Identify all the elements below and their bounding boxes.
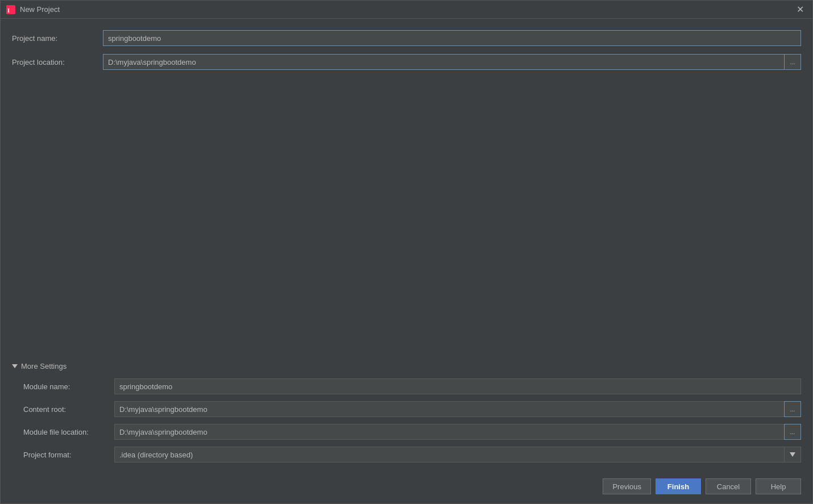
module-name-label: Module name: (12, 382, 114, 391)
project-format-input[interactable] (114, 447, 784, 463)
project-format-field-group (114, 447, 801, 463)
chevron-down-icon (790, 452, 795, 457)
window-title: New Project (20, 5, 60, 14)
project-format-dropdown-button[interactable] (784, 447, 801, 463)
svg-text:I: I (7, 7, 10, 14)
expand-triangle-icon (12, 364, 18, 368)
more-settings-section: More Settings Module name: (12, 362, 801, 469)
more-settings-body: Module name: Content root: (12, 378, 801, 463)
cancel-button[interactable]: Cancel (706, 478, 751, 494)
footer: Previous Finish Cancel Help (1, 469, 812, 503)
module-name-arrow (804, 375, 812, 398)
content-root-field-group: ... (114, 401, 801, 417)
previous-button[interactable]: Previous (603, 478, 651, 494)
project-name-input[interactable] (103, 30, 801, 46)
module-file-location-field-group: ... (114, 424, 801, 440)
project-location-row: Project location: ... (12, 54, 801, 70)
content-root-label: Content root: (12, 405, 114, 414)
app-icon: I (6, 5, 15, 14)
title-bar-left: I New Project (6, 5, 60, 14)
project-name-row: Project name: (12, 30, 801, 46)
close-button[interactable]: ✕ (793, 3, 807, 16)
project-location-browse-button[interactable]: ... (784, 54, 801, 70)
svg-marker-6 (790, 452, 795, 457)
content-root-input[interactable] (114, 401, 784, 417)
module-file-location-label: Module file location: (12, 428, 114, 436)
new-project-dialog: I New Project ✕ Project name: Project lo… (0, 0, 813, 504)
finish-button[interactable]: Finish (656, 478, 701, 494)
content-root-row: Content root: ... (12, 401, 801, 417)
help-button[interactable]: Help (756, 478, 801, 494)
project-format-label: Project format: (12, 451, 114, 459)
module-file-location-browse-button[interactable]: ... (784, 424, 801, 440)
title-bar: I New Project ✕ (1, 1, 812, 19)
content-root-browse-button[interactable]: ... (784, 401, 801, 417)
project-name-arrow (804, 27, 812, 49)
module-name-row: Module name: (12, 378, 801, 394)
project-name-label: Project name: (12, 34, 103, 43)
module-file-location-input[interactable] (114, 424, 784, 440)
project-format-row: Project format: (12, 447, 801, 463)
module-name-input[interactable] (114, 378, 801, 394)
project-location-input[interactable] (103, 54, 784, 70)
more-settings-label: More Settings (21, 362, 67, 370)
dialog-content: Project name: Project location: ... (1, 19, 812, 469)
middle-spacer (12, 78, 801, 362)
project-location-field-group: ... (103, 54, 801, 70)
module-file-location-row: Module file location: ... (12, 424, 801, 440)
more-settings-toggle[interactable]: More Settings (12, 362, 801, 370)
project-location-label: Project location: (12, 58, 103, 66)
